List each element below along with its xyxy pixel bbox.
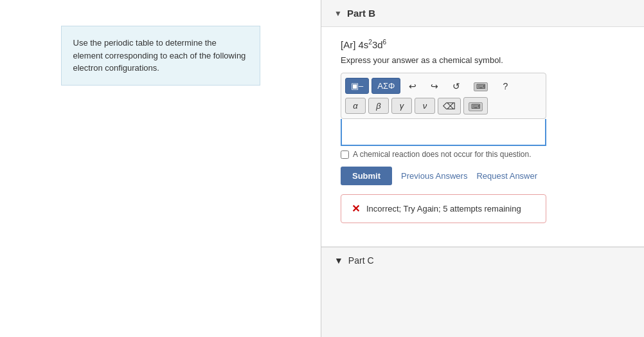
undo-button[interactable]: ↩	[403, 78, 422, 95]
template-button[interactable]: ▣–	[345, 78, 369, 94]
beta-label: β	[376, 101, 380, 111]
help-button[interactable]: ?	[496, 78, 515, 95]
toolbar-row-2: α β γ ν ⌫ ⌨	[345, 97, 542, 114]
gamma-button[interactable]: γ	[391, 98, 412, 114]
part-b-header[interactable]: ▼ Part B	[321, 0, 644, 27]
template-icon: ▣–	[351, 81, 363, 91]
request-answer-link[interactable]: Request Answer	[476, 171, 537, 181]
instruction-text: Use the periodic table to determine the …	[73, 38, 246, 73]
electron-config: [Ar] 4s23d6	[341, 39, 625, 50]
no-reaction-row: A chemical reaction does not occur for t…	[341, 150, 625, 159]
submit-row: Submit Previous Answers Request Answer	[341, 167, 625, 185]
alpha-button[interactable]: α	[345, 98, 366, 114]
delete-button[interactable]: ⌫	[438, 98, 461, 114]
keyboard-button-top[interactable]: ⌨	[469, 77, 493, 95]
error-box: ✕ Incorrect; Try Again; 5 attempts remai…	[341, 194, 546, 223]
error-icon: ✕	[352, 203, 360, 215]
asf-label: ΑΣΦ	[377, 81, 395, 91]
answer-input-container	[341, 119, 546, 146]
no-reaction-label: A chemical reaction does not occur for t…	[353, 150, 531, 159]
right-panel: ▼ Part B [Ar] 4s23d6 Express your answer…	[321, 0, 644, 337]
asf-button[interactable]: ΑΣΦ	[371, 78, 400, 94]
part-b-body: [Ar] 4s23d6 Express your answer as a che…	[321, 27, 644, 246]
submit-button[interactable]: Submit	[341, 167, 392, 185]
left-panel: Use the periodic table to determine the …	[0, 0, 321, 337]
part-c-header[interactable]: ▼ Part C	[321, 247, 644, 273]
keyboard-button-bottom[interactable]: ⌨	[463, 97, 488, 114]
electron-config-sup2: 6	[383, 39, 387, 46]
electron-config-bracket: [Ar] 4s	[341, 39, 368, 50]
part-c-label: Part C	[348, 255, 374, 266]
instruction-box: Use the periodic table to determine the …	[61, 26, 260, 86]
keyboard-icon-bottom: ⌨	[469, 102, 483, 111]
math-toolbar: ▣– ΑΣΦ ↩ ↪ ↺ ⌨ ? α β	[341, 73, 546, 119]
no-reaction-checkbox[interactable]	[341, 150, 349, 159]
part-b-label: Part B	[347, 8, 375, 19]
error-text: Incorrect; Try Again; 5 attempts remaini…	[366, 204, 521, 214]
alpha-label: α	[353, 101, 357, 111]
beta-button[interactable]: β	[368, 98, 389, 114]
redo-button[interactable]: ↪	[425, 78, 444, 95]
nu-label: ν	[423, 101, 427, 111]
gamma-label: γ	[400, 101, 404, 111]
toolbar-row-1: ▣– ΑΣΦ ↩ ↪ ↺ ⌨ ?	[345, 77, 542, 95]
reset-button[interactable]: ↺	[447, 78, 466, 95]
electron-config-3d: 3d	[372, 39, 383, 50]
part-b-chevron-icon: ▼	[334, 9, 342, 18]
answer-input[interactable]	[341, 119, 546, 146]
part-c-chevron-icon: ▼	[334, 255, 343, 266]
answer-instruction: Express your answer as a chemical symbol…	[341, 55, 625, 65]
previous-answers-link[interactable]: Previous Answers	[401, 171, 467, 181]
nu-button[interactable]: ν	[415, 98, 435, 114]
keyboard-icon-top: ⌨	[474, 82, 488, 91]
